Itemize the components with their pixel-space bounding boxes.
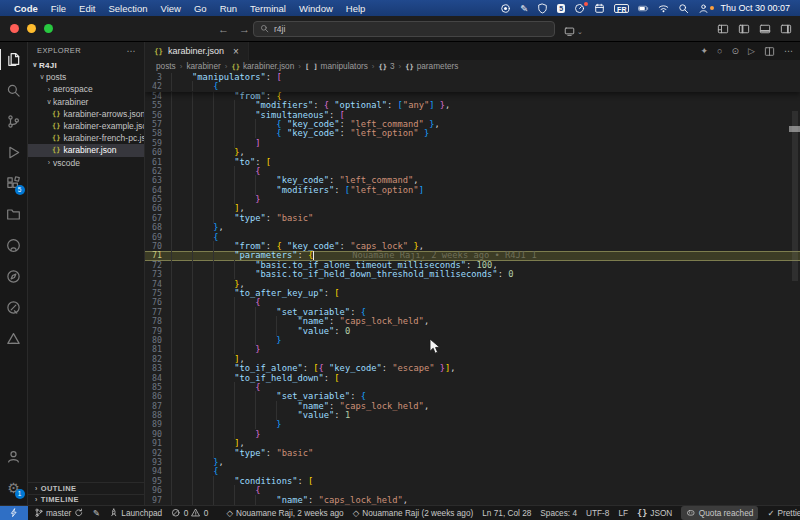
code-line[interactable]: 97 "name": "caps_lock_held", bbox=[145, 496, 800, 505]
breadcrumb-karabiner.json[interactable]: {}karabiner.json bbox=[231, 62, 294, 71]
meter-alert-icon[interactable] bbox=[574, 2, 585, 14]
activity-source-control[interactable] bbox=[0, 106, 28, 137]
close-window-button[interactable] bbox=[10, 24, 19, 33]
code-line[interactable]: 67 "type": "basic" bbox=[145, 214, 800, 223]
folder-vscode[interactable]: ›vscode bbox=[28, 157, 144, 169]
activity-search[interactable] bbox=[0, 75, 28, 106]
breadcrumb-3[interactable]: {}3 bbox=[379, 62, 395, 71]
file-karabiner-example.json[interactable]: {}karabiner-example.json bbox=[28, 120, 144, 132]
folder-posts[interactable]: ∨posts bbox=[28, 71, 144, 83]
go-back-button[interactable]: ← bbox=[218, 23, 229, 35]
run-code-icon[interactable]: ▷ bbox=[748, 45, 755, 57]
toggle-primary-sidebar-icon[interactable] bbox=[738, 23, 750, 35]
status-git-branch[interactable]: master bbox=[34, 507, 84, 519]
breadcrumb-manipulators[interactable]: [ ]manipulators bbox=[305, 62, 368, 71]
section-outline[interactable]: ›OUTLINE bbox=[28, 482, 144, 494]
breadcrumb-karabiner[interactable]: karabiner bbox=[186, 62, 220, 71]
menu-code[interactable]: Code bbox=[14, 3, 38, 14]
input-source-icon[interactable]: FR bbox=[614, 4, 629, 13]
file-karabiner-arrows.json[interactable]: {}karabiner-arrows.json bbox=[28, 108, 144, 120]
code-line[interactable]: 93 }, bbox=[145, 458, 800, 467]
toggle-secondary-sidebar-icon[interactable] bbox=[780, 23, 792, 35]
status-copilot-quota[interactable]: Quota reached bbox=[681, 506, 758, 520]
menu-terminal[interactable]: Terminal bbox=[250, 3, 286, 14]
more-actions-icon[interactable]: ⋯ bbox=[127, 46, 136, 56]
gitlens-sparkle-icon[interactable]: ✦ bbox=[701, 45, 709, 57]
status-eol[interactable]: LF bbox=[618, 509, 628, 518]
breadcrumb-label: parameters bbox=[417, 62, 459, 71]
go-forward-button[interactable]: → bbox=[239, 23, 250, 35]
status-remote-indicator[interactable] bbox=[0, 506, 28, 520]
menu-window[interactable]: Window bbox=[299, 3, 333, 14]
menu-edit[interactable]: Edit bbox=[79, 3, 95, 14]
minimize-window-button[interactable] bbox=[27, 24, 36, 33]
user-switch-icon[interactable] bbox=[698, 2, 709, 14]
folder-karabiner[interactable]: ∨karabiner bbox=[28, 96, 144, 108]
activity-gitlens[interactable] bbox=[0, 261, 28, 292]
breadcrumb-posts[interactable]: posts bbox=[156, 62, 176, 71]
status-encoding[interactable]: UTF-8 bbox=[586, 509, 609, 518]
chevron-right-icon: › bbox=[45, 86, 53, 93]
file-karabiner.json[interactable]: {}karabiner.json bbox=[28, 144, 144, 156]
split-editor-icon[interactable] bbox=[764, 45, 775, 57]
status-label: Nouamane Raji (2 weeks ago) bbox=[362, 509, 473, 518]
status-problems[interactable]: 00 bbox=[171, 507, 208, 519]
activity-github[interactable] bbox=[0, 230, 28, 261]
tab-karabiner-json[interactable]: {} karabiner.json × bbox=[145, 42, 249, 60]
close-tab-icon[interactable]: × bbox=[233, 46, 239, 57]
record-icon[interactable] bbox=[500, 2, 511, 14]
open-changes-icon[interactable]: ○ bbox=[717, 45, 722, 57]
open-preview-icon[interactable]: ⊙ bbox=[732, 45, 740, 57]
status-cursor-position[interactable]: Ln 71, Col 28 bbox=[482, 509, 531, 518]
activity-extensions[interactable]: 5 bbox=[0, 168, 28, 199]
activity-run-debug[interactable] bbox=[0, 137, 28, 168]
status-formatter[interactable]: ✓Prettier bbox=[767, 507, 800, 519]
toggle-panel-icon[interactable] bbox=[759, 23, 771, 35]
shield-icon[interactable] bbox=[537, 2, 548, 14]
customize-layout-icon[interactable] bbox=[717, 23, 729, 35]
status-commit-author[interactable]: ◇Nouamane Raji (2 weeks ago) bbox=[353, 507, 474, 519]
activity-accounts[interactable] bbox=[0, 441, 28, 472]
menu-view[interactable]: View bbox=[161, 3, 181, 14]
status-gitlens-blame[interactable]: ◇Nouamane Raji, 2 weeks ago bbox=[226, 507, 343, 519]
code-editor[interactable]: 54 "from": {55 "modifiers": { "optional"… bbox=[145, 73, 800, 505]
code-line[interactable]: 92 "type": "basic" bbox=[145, 449, 800, 458]
activity-live-edit[interactable] bbox=[0, 292, 28, 323]
status-gitlens-mode[interactable]: ✎ bbox=[93, 507, 100, 519]
section-timeline[interactable]: ›TIMELINE bbox=[28, 494, 144, 506]
activity-todo-tree[interactable] bbox=[0, 323, 28, 354]
calendar-icon[interactable] bbox=[594, 2, 605, 14]
folder-r4ji[interactable]: ∨R4JI bbox=[28, 59, 144, 71]
zoom-window-button[interactable] bbox=[44, 24, 53, 33]
code-line[interactable]: 42 { bbox=[145, 82, 800, 91]
activity-explorer[interactable] bbox=[0, 44, 28, 75]
menu-help[interactable]: Help bbox=[346, 3, 366, 14]
screencast-control[interactable]: ⌄ bbox=[564, 23, 583, 41]
pencil-icon[interactable]: ✎ bbox=[520, 2, 528, 14]
activity-remote-explorer[interactable] bbox=[0, 199, 28, 230]
status-language-mode[interactable]: {}JSON bbox=[637, 507, 672, 519]
menu-file[interactable]: File bbox=[51, 3, 66, 14]
status-launchpad[interactable]: Launchpad bbox=[109, 507, 162, 519]
commit-icon: ◇ bbox=[226, 507, 233, 519]
breadcrumb-parameters[interactable]: {}parameters bbox=[405, 62, 458, 71]
search-icon[interactable] bbox=[678, 2, 689, 14]
activity-settings[interactable]: ⚙1 bbox=[0, 472, 28, 503]
file-karabiner-french-pc.json[interactable]: {}karabiner-french-pc.json bbox=[28, 132, 144, 144]
status-indentation[interactable]: Spaces: 4 bbox=[540, 509, 577, 518]
explorer-sidebar: EXPLORER ⋯ ∨R4JI∨posts›aerospace∨karabin… bbox=[28, 42, 145, 505]
menu-run[interactable]: Run bbox=[220, 3, 237, 14]
folder-aerospace[interactable]: ›aerospace bbox=[28, 83, 144, 95]
code-line[interactable]: 3 "manipulators": [ bbox=[145, 73, 800, 82]
vertical-scrollbar[interactable] bbox=[792, 111, 798, 281]
stats-menu-icon[interactable]: 5 bbox=[557, 4, 565, 13]
menu-go[interactable]: Go bbox=[194, 3, 207, 14]
more-actions-icon[interactable]: ⋯ bbox=[784, 45, 793, 57]
wifi-icon[interactable] bbox=[658, 2, 669, 14]
menu-clock[interactable]: Thu Oct 30 00:07 bbox=[720, 3, 790, 13]
battery-icon[interactable] bbox=[638, 2, 649, 14]
chevron-right-icon: › bbox=[45, 159, 53, 166]
menu-selection[interactable]: Selection bbox=[108, 3, 147, 14]
code-line[interactable]: 68 }, bbox=[145, 223, 800, 232]
command-center-search[interactable]: r4ji bbox=[253, 21, 555, 37]
